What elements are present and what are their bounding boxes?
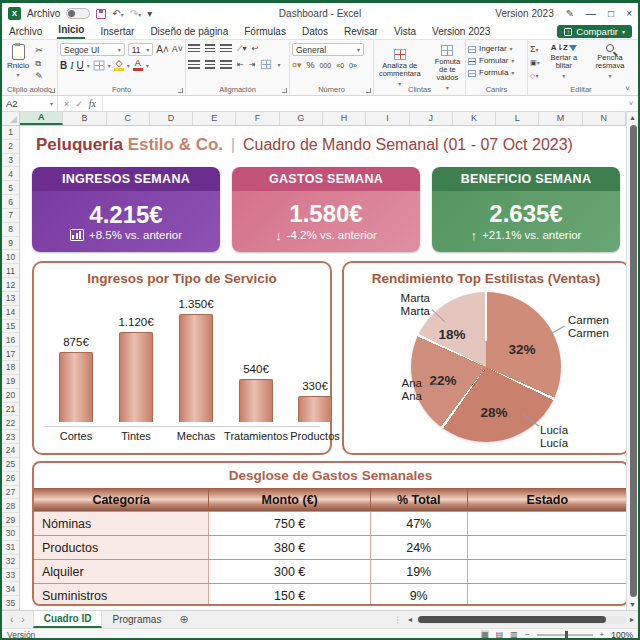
font-size-select[interactable]: 11▾ <box>128 43 154 56</box>
select-all-corner[interactable] <box>2 112 20 125</box>
percent-cell[interactable]: 19% <box>371 560 468 583</box>
row-header-12[interactable]: 12 <box>2 278 19 292</box>
row-header-20[interactable]: 20 <box>2 389 19 403</box>
menu-item-vista[interactable]: Vista <box>393 26 417 39</box>
header-cell[interactable]: % Total <box>371 488 468 511</box>
row-header-9[interactable]: 9 <box>2 237 19 251</box>
kpi-card[interactable]: BENEFICIO SEMANA 2.635€ ↑ +21.1% vs. ant… <box>432 167 620 252</box>
category-cell[interactable]: Nóminas <box>34 512 209 535</box>
column-header-N[interactable]: N <box>583 112 626 125</box>
vertical-scrollbar[interactable]: ▲ ▼ <box>626 112 638 610</box>
row-header-14[interactable]: 14 <box>2 306 19 320</box>
borders-icon[interactable] <box>93 60 104 70</box>
save-icon[interactable] <box>96 9 106 19</box>
row-header-4[interactable]: 4 <box>2 167 19 181</box>
increase-indent-icon[interactable]: ⇥ <box>249 59 256 70</box>
bar-chart-panel[interactable]: Ingresos por Tipo de Servicio 875€ 1.120… <box>32 261 332 455</box>
bold-button[interactable]: B <box>60 60 67 71</box>
row-header-34[interactable]: 34 <box>2 582 19 596</box>
formula-input[interactable] <box>103 96 624 111</box>
row-header-10[interactable]: 10 <box>2 250 19 264</box>
italic-button[interactable]: I <box>70 60 73 71</box>
align-top-icon[interactable] <box>188 44 200 53</box>
menu-item-revisar[interactable]: Revisar <box>343 26 379 39</box>
percent-cell[interactable]: 47% <box>371 512 468 535</box>
row-header-33[interactable]: 33 <box>2 569 19 583</box>
amount-cell[interactable]: 380 € <box>209 536 370 559</box>
zoom-slider[interactable] <box>537 634 593 636</box>
status-cell[interactable] <box>468 512 627 535</box>
align-right-icon[interactable] <box>220 60 232 69</box>
column-header-F[interactable]: F <box>236 112 279 125</box>
column-header-L[interactable]: L <box>496 112 539 125</box>
menu-item-version-2023[interactable]: Version 2023 <box>431 26 491 39</box>
row-header-31[interactable]: 31 <box>2 541 19 555</box>
copy-icon[interactable]: ⧉ <box>35 58 43 69</box>
amount-cell[interactable]: 150 € <box>209 584 370 606</box>
percent-style-icon[interactable]: % <box>307 60 315 71</box>
row-header-28[interactable]: 28 <box>2 499 19 513</box>
menu-item-diseño-de-página[interactable]: Diseño de página <box>149 26 229 39</box>
find-select-button[interactable]: Pencha resmava ▾ <box>588 44 632 80</box>
row-header-22[interactable]: 22 <box>2 416 19 430</box>
row-header-29[interactable]: 29 <box>2 513 19 527</box>
increase-decimal-icon[interactable]: «0 <box>336 60 344 71</box>
merge-center-icon[interactable] <box>261 60 271 69</box>
menu-item-fórmulas[interactable]: Fórmulas <box>243 26 287 39</box>
row-header-11[interactable]: 11 <box>2 264 19 278</box>
decrease-decimal-icon[interactable]: 0» <box>349 60 357 71</box>
hscroll-left-icon[interactable]: ◂ <box>408 615 412 624</box>
row-header-5[interactable]: 5 <box>2 181 19 195</box>
percent-cell[interactable]: 24% <box>371 536 468 559</box>
zoom-level[interactable]: 100% <box>611 630 633 640</box>
fill-icon[interactable]: ▣▾ <box>530 57 540 69</box>
page-layout-view-icon[interactable]: ▤ <box>496 630 504 640</box>
close-button[interactable]: × <box>626 8 632 19</box>
status-cell[interactable] <box>468 560 627 583</box>
wrap-text-icon[interactable]: ↩ <box>252 43 259 54</box>
row-header-30[interactable]: 30 <box>2 527 19 541</box>
maximize-button[interactable]: □ <box>608 8 614 19</box>
paste-button[interactable]: Rnicio ▾ <box>4 43 32 79</box>
conditional-formatting-button[interactable]: Analiza de commentara ▾ <box>376 49 424 88</box>
autosum-icon[interactable]: Σ▾ <box>530 44 540 56</box>
pencil-icon[interactable]: ✎ <box>566 8 574 19</box>
category-cell[interactable]: Suministros <box>34 584 209 606</box>
amount-cell[interactable]: 300 € <box>209 560 370 583</box>
column-header-I[interactable]: I <box>366 112 409 125</box>
orientation-icon[interactable]: ⟋▾ <box>237 43 247 54</box>
header-cell[interactable]: Estado <box>468 488 627 511</box>
decrease-indent-icon[interactable]: ⇤ <box>237 59 244 70</box>
column-header-J[interactable]: J <box>410 112 453 125</box>
font-color-icon[interactable]: A <box>133 59 143 71</box>
row-header-23[interactable]: 23 <box>2 430 19 444</box>
column-header-H[interactable]: H <box>323 112 366 125</box>
row-header-1[interactable]: 1 <box>2 126 19 140</box>
normal-view-icon[interactable]: ▦ <box>481 630 489 640</box>
undo-icon[interactable]: ↶▾ <box>112 8 123 19</box>
accounting-format-icon[interactable]: ¤▾ <box>292 60 302 71</box>
align-middle-icon[interactable] <box>205 44 215 53</box>
font-name-select[interactable]: Segoe UI▾ <box>60 43 125 56</box>
menu-item-insertar[interactable]: Insertar <box>99 26 135 39</box>
zoom-out-icon[interactable]: − <box>525 630 530 640</box>
autosave-toggle[interactable] <box>66 8 90 19</box>
kpi-card[interactable]: INGRESOS SEMANA 4.215€ +8.5% vs. anterio… <box>32 167 220 252</box>
vscroll-thumb[interactable] <box>630 125 637 597</box>
row-header-27[interactable]: 27 <box>2 486 19 500</box>
format-painter-icon[interactable]: ✎ <box>35 71 43 82</box>
grow-font-icon[interactable]: A˄ <box>156 44 169 55</box>
minimize-button[interactable]: — <box>586 8 596 19</box>
hscroll-right-icon[interactable]: ▸ <box>630 615 634 624</box>
header-cell[interactable]: Categoría <box>34 488 209 511</box>
number-format-select[interactable]: General▾ <box>292 43 364 56</box>
row-header-35[interactable]: 35 <box>2 596 19 610</box>
row-header-17[interactable]: 17 <box>2 347 19 361</box>
column-header-E[interactable]: E <box>193 112 236 125</box>
row-header-26[interactable]: 26 <box>2 472 19 486</box>
insert-cells-button[interactable]: Ingertar▾ <box>468 43 525 55</box>
comma-style-icon[interactable]: 000 <box>320 60 332 71</box>
status-cell[interactable] <box>468 584 627 606</box>
alignment-dialog-launcher[interactable] <box>282 88 287 93</box>
cut-icon[interactable]: ✂ <box>35 45 43 56</box>
